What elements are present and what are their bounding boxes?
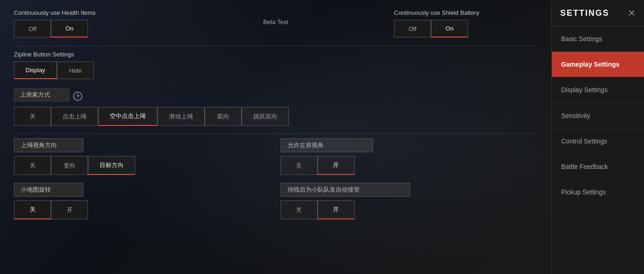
shield-battery-label: Continuously use Shield Battery [394, 9, 524, 16]
sidebar-item-sensitivity[interactable]: Sensitivity [552, 103, 644, 129]
minimap-label: 小地图旋转 [14, 183, 83, 197]
left-shoulder-label: 允许左肩视角 [281, 138, 373, 152]
sidebar-item-pickup[interactable]: Pickup Settings [552, 180, 644, 205]
auto-takeover-on[interactable]: 开 [318, 200, 355, 219]
sidebar: SETTINGS ✕ Basic Settings Gameplay Setti… [551, 0, 644, 274]
health-items-label: Continuously use Health Items [14, 9, 144, 16]
zipline-method-section: 上滑索方式 ? 关 点击上绳 空中点击上绳 滑动上绳 双向 跳跃双向 [14, 88, 538, 126]
shield-battery-off[interactable]: Off [394, 20, 431, 37]
beta-test-label: Beta Test [263, 19, 288, 25]
zipline-opt-5[interactable]: 跳跃双向 [242, 107, 289, 126]
zipline-label-row: 上滑索方式 ? [14, 88, 538, 104]
zipline-opt-1[interactable]: 点击上绳 [51, 107, 98, 126]
main-content: Continuously use Health Items Off On Bet… [0, 0, 551, 274]
auto-takeover-label: 掉线后为小队队友自动接管 [281, 183, 410, 197]
bottom-settings-2: 小地图旋转 关 开 掉线后为小队队友自动接管 关 开 [14, 183, 538, 219]
zipline-label: 上滑索方式 [14, 88, 69, 101]
zipline-hide-btn[interactable]: Hide [57, 62, 94, 79]
sidebar-item-battle[interactable]: Battle Feedback [552, 154, 644, 180]
left-shoulder-section: 允许左肩视角 关 开 [281, 138, 538, 175]
rope-view-section: 上绳视角方向 关 变向 目标方向 [14, 138, 271, 175]
bottom-settings: 上绳视角方向 关 变向 目标方向 允许左肩视角 关 开 [14, 138, 538, 175]
auto-takeover-toggle: 关 开 [281, 200, 538, 219]
shield-battery-on[interactable]: On [431, 20, 468, 37]
minimap-toggle: 关 开 [14, 200, 271, 219]
sidebar-item-basic[interactable]: Basic Settings [552, 26, 644, 52]
sidebar-title: SETTINGS [560, 8, 609, 18]
sidebar-item-display[interactable]: Display Settings [552, 77, 644, 103]
zipline-opt-0[interactable]: 关 [14, 107, 51, 126]
sidebar-nav: Basic Settings Gameplay Settings Display… [552, 26, 644, 205]
zipline-button-label: Zipline Button Settings [14, 51, 538, 58]
divider-1 [14, 46, 538, 46]
shield-battery-toggle: Off On [394, 20, 524, 37]
help-icon[interactable]: ? [73, 92, 82, 101]
health-items-toggle: Off On [14, 20, 144, 37]
rope-view-opt-1[interactable]: 变向 [51, 156, 88, 175]
minimap-section: 小地图旋转 关 开 [14, 183, 271, 219]
auto-takeover-off[interactable]: 关 [281, 200, 318, 219]
rope-view-opt-2[interactable]: 目标方向 [88, 156, 135, 175]
rope-view-opt-0[interactable]: 关 [14, 156, 51, 175]
sidebar-item-control[interactable]: Control Settings [552, 129, 644, 154]
rope-view-label: 上绳视角方向 [14, 138, 83, 152]
health-items-on[interactable]: On [51, 20, 88, 37]
rope-view-toggle: 关 变向 目标方向 [14, 156, 271, 175]
zipline-opt-4[interactable]: 双向 [205, 107, 242, 126]
auto-takeover-section: 掉线后为小队队友自动接管 关 开 [281, 183, 538, 219]
zipline-opt-2[interactable]: 空中点击上绳 [98, 107, 157, 126]
left-shoulder-toggle: 关 开 [281, 156, 538, 175]
close-icon[interactable]: ✕ [628, 7, 636, 19]
minimap-off[interactable]: 关 [14, 200, 51, 219]
sidebar-header: SETTINGS ✕ [552, 0, 644, 26]
zipline-opt-3[interactable]: 滑动上绳 [157, 107, 205, 126]
divider-2 [14, 133, 538, 134]
sidebar-item-gameplay[interactable]: Gameplay Settings [552, 52, 644, 77]
zipline-button-toggle: Display Hide [14, 62, 538, 79]
left-shoulder-on[interactable]: 开 [318, 156, 355, 175]
minimap-on[interactable]: 开 [51, 200, 88, 219]
zipline-options-group: 关 点击上绳 空中点击上绳 滑动上绳 双向 跳跃双向 [14, 107, 538, 126]
zipline-display-btn[interactable]: Display [14, 62, 57, 79]
left-shoulder-off[interactable]: 关 [281, 156, 318, 175]
zipline-button-section: Zipline Button Settings Display Hide [14, 51, 538, 79]
health-items-off[interactable]: Off [14, 20, 51, 37]
